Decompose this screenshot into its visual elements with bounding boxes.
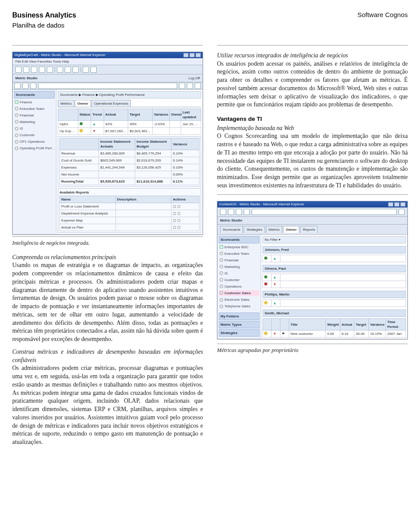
table-row[interactable]: OpEx ▲ 42% 45% -2.03% Jun 15, 1999 <box>58 120 201 127</box>
address-bar[interactable] <box>252 209 397 215</box>
nav-item[interactable]: Finance <box>14 99 55 105</box>
breadcrumb[interactable]: Scorecards ▶ Finance ▶ Operating Profit … <box>58 91 201 98</box>
nav-item[interactable]: Marketing <box>14 119 55 125</box>
table-row[interactable]: ▼ ⚑ New customer 0.00 8.16 30.00 18.15% … <box>263 331 406 338</box>
status-yellow-icon <box>264 331 268 336</box>
table-row[interactable]: Department Expense Analysis▢ ▢ <box>60 210 200 217</box>
nav-item[interactable]: IS <box>14 126 55 131</box>
table-row[interactable]: Profit or Loss Statement▢ ▢ <box>60 203 200 210</box>
home-icon[interactable] <box>244 209 250 215</box>
mail-icon[interactable] <box>83 67 89 73</box>
nav-item[interactable]: Executive Team <box>219 251 259 257</box>
tab[interactable]: Owner <box>75 100 91 107</box>
forward-icon[interactable] <box>23 67 29 73</box>
nav-item[interactable]: OP1 Operations <box>14 139 55 144</box>
actions-cell[interactable]: ▢ ▢ <box>172 224 200 231</box>
nav-item-selected[interactable]: Customer Sales <box>219 290 259 296</box>
go-icon[interactable] <box>399 209 405 215</box>
table-row[interactable]: Expense Map▢ ▢ <box>60 217 200 224</box>
logoff-link[interactable]: Log Off <box>189 76 200 81</box>
actions-cell[interactable]: ▢ ▢ <box>172 210 200 217</box>
toolbar-tab[interactable]: Strategies <box>244 226 265 233</box>
nav-label: Electronic Sales <box>224 297 249 302</box>
stop-icon[interactable] <box>31 67 37 73</box>
inline-heading: Implementação baseada na Web <box>217 125 294 131</box>
nav-label: Customer <box>20 133 35 137</box>
table-row[interactable]: ▲ <box>263 274 406 281</box>
maximize-button[interactable] <box>394 202 399 207</box>
nav-item[interactable]: Electronic Sales <box>219 297 259 302</box>
favorites-icon[interactable] <box>65 67 71 73</box>
tool-icon[interactable] <box>22 83 28 89</box>
filter-bar[interactable]: No Filter ▾ <box>262 236 406 243</box>
search-input[interactable] <box>38 83 177 89</box>
window-titlebar: DigitalEyeCraft - Metric Studio - Micros… <box>13 52 203 58</box>
history-icon[interactable] <box>73 67 79 73</box>
search-icon[interactable] <box>57 67 63 73</box>
table-row[interactable]: Op Expenses ▼ $7,007,283.18 $9,303,383.0… <box>58 127 201 134</box>
back-icon[interactable] <box>220 209 226 215</box>
status-cell <box>78 120 91 127</box>
nav-item[interactable]: Operating Profit Perf… <box>14 145 55 151</box>
refresh-icon[interactable] <box>39 67 45 73</box>
nav-section[interactable]: My Folders <box>219 313 259 320</box>
inline-heading: Construa métricas e indicadores de desem… <box>12 348 203 363</box>
tab[interactable]: Operational Expenses <box>91 100 131 107</box>
forward-icon[interactable] <box>228 209 234 215</box>
owner-group-header[interactable]: Olivera, Paul <box>262 265 406 272</box>
tool-icon[interactable] <box>14 83 21 89</box>
tool-icon[interactable] <box>187 83 193 89</box>
cell: OpEx <box>58 120 78 127</box>
node-icon <box>15 107 18 110</box>
home-icon[interactable] <box>47 67 53 73</box>
back-icon[interactable] <box>15 67 21 73</box>
window-buttons <box>183 53 201 57</box>
nav-tree: Scorecards Finance Executive Team Financ… <box>13 90 56 235</box>
nav-item[interactable]: Operations <box>219 284 259 289</box>
nav-item[interactable]: IS <box>219 271 259 276</box>
nav-item[interactable]: Marketing <box>219 264 259 270</box>
minimize-button[interactable] <box>183 53 189 57</box>
nav-section[interactable]: Scorecards <box>14 91 55 98</box>
minimize-button[interactable] <box>388 202 393 207</box>
refresh-icon[interactable] <box>236 209 242 215</box>
nav-item[interactable]: Customer <box>219 277 259 283</box>
status-green-icon <box>264 275 267 278</box>
tool-icon[interactable] <box>30 83 36 89</box>
owner-group-header[interactable]: Johnson, Fred <box>262 246 406 253</box>
nav-item[interactable]: Financial <box>14 113 55 118</box>
separator <box>12 45 203 46</box>
maximize-button[interactable] <box>189 53 195 57</box>
tool-icon[interactable] <box>195 83 201 89</box>
cell: 18.15% <box>369 331 386 338</box>
tool-icon[interactable] <box>179 83 185 89</box>
owner-group-header[interactable]: Phillips, Martin <box>262 291 406 298</box>
nav-item[interactable]: Telephone Sales <box>219 303 259 309</box>
table-row[interactable]: Actual vs Plan▢ ▢ <box>60 224 200 231</box>
table-row[interactable]: ▲ <box>263 299 406 306</box>
node-icon <box>15 113 18 117</box>
nav-section[interactable]: Metric Types <box>219 321 259 328</box>
nav-item[interactable]: Executive Team <box>14 106 55 112</box>
table-row[interactable]: ▼ <box>263 281 406 288</box>
actions-cell[interactable]: ▢ ▢ <box>172 217 200 224</box>
table-row[interactable]: ▲ <box>263 255 406 262</box>
nav-item[interactable]: Enterprise BSC <box>219 244 259 250</box>
nav-item[interactable]: Customer <box>14 132 55 138</box>
nav-section[interactable]: Scorecards <box>219 236 259 243</box>
close-button[interactable] <box>400 202 406 207</box>
toolbar-tab[interactable]: Reports <box>300 226 318 233</box>
nav-item[interactable]: Financial <box>219 257 259 263</box>
table-header-row: Income Statement Actuals Income Statemen… <box>60 138 200 150</box>
income-table: Income Statement Actuals Income Statemen… <box>60 138 200 185</box>
print-icon[interactable] <box>91 67 97 73</box>
close-button[interactable] <box>196 53 201 57</box>
toolbar-tab[interactable]: Owner <box>283 226 299 233</box>
actions-cell[interactable]: ▢ ▢ <box>172 203 200 210</box>
nav-section[interactable]: Strategies <box>219 329 259 337</box>
browser-menu[interactable]: File Edit View Favorites Tools Help <box>13 58 203 65</box>
toolbar-tab[interactable]: Scorecards <box>220 226 243 233</box>
toolbar-tab[interactable]: Metrics <box>266 226 283 233</box>
owner-group-header[interactable]: Smith, Michael <box>262 309 406 317</box>
tab[interactable]: Metrics <box>58 100 74 107</box>
